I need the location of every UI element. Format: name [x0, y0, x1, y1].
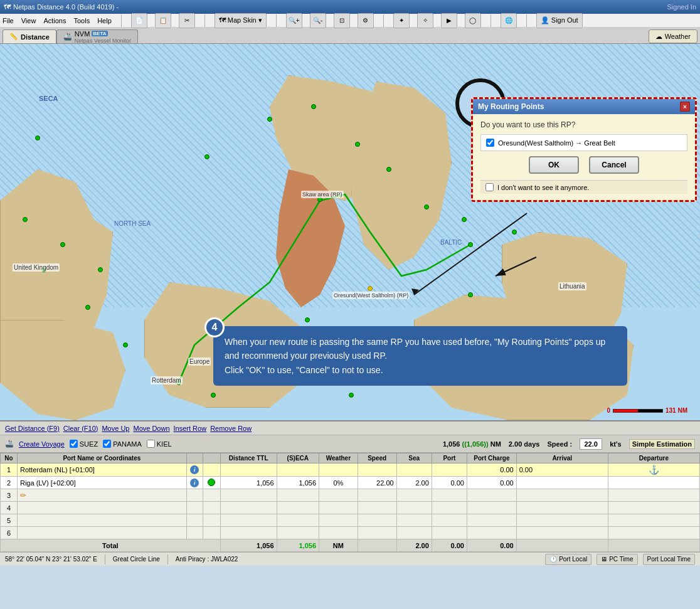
- edit-icon-3[interactable]: ✏: [20, 491, 26, 500]
- panama-checkbox[interactable]: [103, 440, 111, 448]
- cell-info-2[interactable]: i: [186, 477, 203, 489]
- nvm-icon: 🚢: [63, 33, 72, 41]
- tool-btn-3[interactable]: ✧: [417, 13, 433, 28]
- table-row: 5: [1, 514, 700, 527]
- speed-input[interactable]: [580, 438, 602, 450]
- cell-info-1[interactable]: i: [186, 463, 203, 477]
- toolbar-btn-3[interactable]: ✂: [179, 13, 195, 28]
- scale-line: [613, 409, 663, 413]
- instruction-text: When your new route is passing the same …: [225, 335, 616, 377]
- cell-weather-1: [319, 463, 358, 477]
- sign-out-btn[interactable]: 👤 Sign Out: [536, 13, 583, 28]
- cell-departure-1: ⚓: [608, 463, 699, 477]
- port-local-btn[interactable]: 🕐 Port Local: [545, 554, 591, 565]
- port-local-time-btn[interactable]: Port Local Time: [643, 554, 695, 565]
- no-show-checkbox[interactable]: [485, 183, 494, 191]
- cell-sea-1: [396, 463, 432, 477]
- port-dot-13: [468, 292, 473, 297]
- remove-row-link[interactable]: Remove Row: [210, 425, 252, 432]
- port-dot-10: [424, 204, 429, 209]
- suez-checkbox[interactable]: [70, 440, 78, 448]
- scale-zero: 0: [607, 407, 610, 414]
- col-arrival: Arrival: [516, 453, 608, 463]
- ship-icon: 🚢: [5, 440, 14, 448]
- status-sep-1: [105, 554, 105, 564]
- menu-tools[interactable]: Tools: [73, 17, 90, 24]
- weather-btn[interactable]: ☁ Weather: [649, 29, 697, 43]
- toolbar-btn-1[interactable]: 📄: [131, 13, 147, 28]
- create-voyage-label[interactable]: Create Voyage: [19, 440, 65, 448]
- route-option-checkbox[interactable]: [486, 139, 494, 147]
- get-distance-link[interactable]: Get Distance (F9): [5, 425, 60, 432]
- clock-icon: 🕐: [549, 556, 557, 563]
- menu-view[interactable]: View: [21, 17, 36, 24]
- menu-actions[interactable]: Actions: [43, 17, 66, 24]
- insert-row-link[interactable]: Insert Row: [174, 425, 207, 432]
- total-label: Total: [1, 539, 221, 552]
- suez-checkbox-row: SUEZ: [70, 440, 98, 448]
- pc-time-btn[interactable]: 🖥 PC Time: [597, 554, 637, 565]
- title-bar: 🗺 Netpas Distance 4.0 (Build 4019) - Sig…: [0, 0, 700, 14]
- port-dot-7: [311, 104, 316, 109]
- cell-status-1: [203, 463, 220, 477]
- cell-departure-2: [608, 477, 699, 489]
- nvm-tab-content: NVM BETA Netpas Vessel Monitor: [75, 30, 131, 44]
- port-dot-20: [349, 393, 354, 398]
- cell-port-val-2: 0.00: [432, 477, 467, 489]
- toolbar-sep-1: [204, 14, 205, 27]
- zoom-in-btn[interactable]: 🔍+: [286, 13, 302, 28]
- dialog-close-btn[interactable]: ×: [680, 102, 690, 112]
- port-dot-5: [204, 154, 209, 159]
- cell-seca-2: 1,056: [277, 477, 319, 489]
- label-europe: Europe: [188, 357, 211, 366]
- bottom-panel: Get Distance (F9) Clear (F10) Move Up Mo…: [0, 420, 700, 566]
- map-container[interactable]: SECA NORTH SEA BALTIC United Kingdom Eur…: [0, 44, 700, 420]
- dialog-buttons: OK Cancel: [480, 156, 687, 174]
- label-rotterdam: Rotterdam: [151, 376, 183, 384]
- label-skaw: Skaw area (RP): [301, 191, 344, 198]
- tool-btn-1[interactable]: ⚙: [358, 13, 374, 28]
- menu-file[interactable]: File: [3, 17, 14, 24]
- port-dot-16: [211, 393, 216, 398]
- col-seca: (S)ECA: [277, 453, 319, 463]
- menu-separator: [121, 14, 122, 27]
- distance-icon: 📏: [9, 33, 18, 41]
- toolbar-btn-2[interactable]: 📋: [155, 13, 171, 28]
- tool-btn-5[interactable]: ◯: [465, 13, 481, 28]
- cell-speed-1: [358, 463, 396, 477]
- nvm-sublabel: Netpas Vessel Monitor: [75, 38, 131, 44]
- kiel-checkbox[interactable]: [147, 440, 155, 448]
- map-skin-btn[interactable]: 🗺 Map Skin ▾: [215, 13, 267, 28]
- zoom-out-btn[interactable]: 🔍-: [310, 13, 326, 28]
- nvm-label-row: NVM BETA: [75, 30, 108, 38]
- tool-btn-2[interactable]: ✦: [393, 13, 410, 28]
- action-bar: Get Distance (F9) Clear (F10) Move Up Mo…: [0, 421, 700, 435]
- weather-icon: ☁: [655, 33, 662, 41]
- move-up-link[interactable]: Move Up: [102, 425, 129, 432]
- toolbar-sep-2: [276, 14, 277, 27]
- dialog-cancel-btn[interactable]: Cancel: [589, 156, 639, 174]
- tool-btn-4[interactable]: ▶: [441, 13, 457, 28]
- zoom-reset-btn[interactable]: ⊡: [334, 13, 350, 28]
- move-down-link[interactable]: Move Down: [133, 425, 169, 432]
- dialog-ok-btn[interactable]: OK: [529, 156, 579, 174]
- clear-link[interactable]: Clear (F10): [63, 425, 98, 432]
- col-status: [203, 453, 220, 463]
- menu-help[interactable]: Help: [97, 17, 112, 24]
- port-dot-14: [305, 317, 310, 322]
- cell-port-charge-1: 0.00: [467, 463, 517, 477]
- tool-btn-6[interactable]: 🌐: [501, 13, 517, 28]
- col-port: Port: [432, 453, 467, 463]
- cell-dist-1: [220, 463, 277, 477]
- cell-weather-2: 0%: [319, 477, 358, 489]
- app-icon: 🗺: [4, 3, 11, 11]
- dialog-body: Do you want to use this RP? Oresund(West…: [473, 114, 695, 200]
- tab-distance[interactable]: 📏 Distance: [3, 29, 56, 43]
- dialog-title: My Routing Points: [478, 102, 544, 111]
- port-dot-8: [355, 142, 360, 147]
- col-sea: Sea: [396, 453, 432, 463]
- tab-nvm[interactable]: 🚢 NVM BETA Netpas Vessel Monitor: [56, 29, 138, 43]
- route-table: No Port Name or Coordinates Distance TTL…: [0, 453, 700, 552]
- cell-port-val-1: [432, 463, 467, 477]
- col-no: No: [1, 453, 18, 463]
